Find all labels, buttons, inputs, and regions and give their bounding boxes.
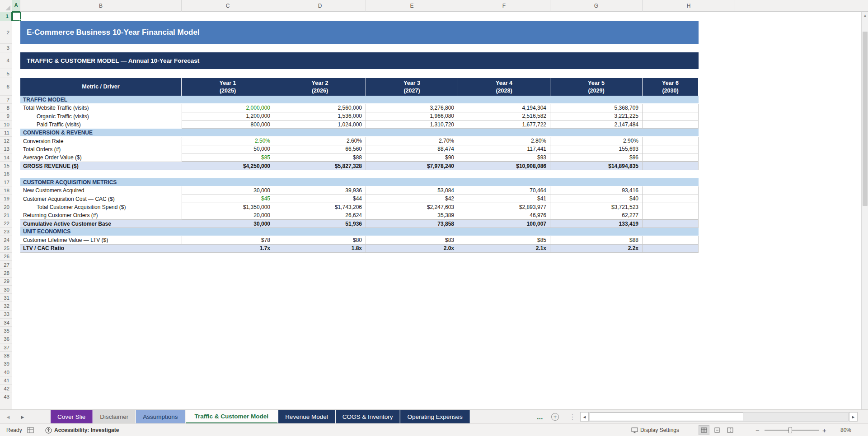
row-header-33[interactable]: 33 — [0, 311, 12, 319]
cell-y2-r18[interactable]: 39,936 — [274, 186, 366, 195]
sheet-tab-traffic-customer-model[interactable]: Traffic & Customer Model — [186, 410, 278, 424]
cell-y5-r13[interactable]: 155,693 — [550, 145, 643, 153]
cell-y4-r24[interactable]: $85 — [458, 236, 550, 244]
metric-label[interactable]: Organic Traffic (visits) — [20, 112, 182, 121]
cell-y6-r24[interactable] — [643, 236, 699, 244]
row-header-31[interactable]: 31 — [0, 294, 12, 302]
cell-y2-r13[interactable]: 66,560 — [274, 145, 366, 153]
metric-label[interactable]: Customer Acquisition Cost — CAC ($) — [20, 195, 182, 203]
cell-y2-r7[interactable] — [274, 96, 366, 104]
cell-y4-r21[interactable]: 46,976 — [458, 211, 550, 219]
row-header-20[interactable]: 20 — [0, 203, 12, 211]
sheet-tab-disclaimer[interactable]: Disclaimer — [93, 410, 136, 424]
year-header-5[interactable]: Year 5(2029) — [550, 78, 643, 96]
row-header-28[interactable]: 28 — [0, 269, 12, 277]
section-label[interactable]: UNIT ECONOMICS — [20, 228, 182, 236]
column-header-h[interactable]: H — [643, 0, 735, 12]
cell-y4-r10[interactable]: 1,677,722 — [458, 121, 550, 129]
cell-y1-r14[interactable]: $85 — [182, 153, 274, 162]
cell-y4-r9[interactable]: 2,516,582 — [458, 112, 550, 121]
cell-y1-r22[interactable]: 30,000 — [182, 219, 274, 227]
metric-label[interactable]: Customer Lifetime Value — LTV ($) — [20, 236, 182, 244]
row-header-4[interactable]: 4 — [0, 52, 12, 69]
cell-y2-r20[interactable]: $1,743,206 — [274, 203, 366, 211]
cell-y1-r21[interactable]: 20,000 — [182, 211, 274, 219]
cell-y3-r16[interactable] — [366, 170, 458, 178]
new-sheet-button[interactable]: + — [551, 410, 559, 424]
cell-y6-r15[interactable] — [643, 162, 699, 170]
metric-label[interactable]: Total Website Traffic (visits) — [20, 104, 182, 112]
vertical-scroll-thumb[interactable] — [863, 32, 868, 206]
cell-y5-r11[interactable] — [550, 129, 643, 137]
year-header-6[interactable]: Year 6(2030) — [643, 78, 699, 96]
zoom-out-button[interactable]: − — [755, 424, 760, 436]
column-header-d[interactable]: D — [274, 0, 366, 12]
cell-y1-r16[interactable] — [182, 170, 274, 178]
cell-y4-r18[interactable]: 70,464 — [458, 186, 550, 195]
cell-y6-r8[interactable] — [643, 104, 699, 112]
year-header-4[interactable]: Year 4(2028) — [458, 78, 550, 96]
cell-y6-r9[interactable] — [643, 112, 699, 121]
cell-y3-r22[interactable]: 73,858 — [366, 219, 458, 227]
row-header-2[interactable]: 2 — [0, 21, 12, 44]
cell-y3-r19[interactable]: $42 — [366, 195, 458, 203]
row-header-43[interactable]: 43 — [0, 393, 12, 401]
metric-label[interactable]: Total Orders (#) — [20, 145, 182, 153]
cell-y2-r14[interactable]: $88 — [274, 153, 366, 162]
display-settings-button[interactable]: Display Settings — [631, 424, 679, 436]
cell-y2-r17[interactable] — [274, 178, 366, 186]
horizontal-scroll-thumb[interactable] — [590, 413, 743, 421]
cell-y3-r23[interactable] — [366, 228, 458, 236]
cell-y5-r23[interactable] — [550, 228, 643, 236]
cell-y1-r12[interactable]: 2.50% — [182, 137, 274, 145]
row-header-9[interactable]: 9 — [0, 112, 12, 121]
cell-y1-r24[interactable]: $78 — [182, 236, 274, 244]
cell-y3-r15[interactable]: $7,978,240 — [366, 162, 458, 170]
cell-y6-r17[interactable] — [643, 178, 699, 186]
row-header-42[interactable]: 42 — [0, 385, 12, 393]
row-header-15[interactable]: 15 — [0, 162, 12, 170]
cell-y5-r25[interactable]: 2.2x — [550, 244, 643, 252]
row-header-36[interactable]: 36 — [0, 335, 12, 343]
row-header-3[interactable]: 3 — [0, 44, 12, 52]
row-header-19[interactable]: 19 — [0, 195, 12, 203]
cell-y6-r14[interactable] — [643, 153, 699, 162]
row-header-39[interactable]: 39 — [0, 360, 12, 368]
row-header-8[interactable]: 8 — [0, 104, 12, 112]
cell-y6-r16[interactable] — [643, 170, 699, 178]
cell-y4-r25[interactable]: 2.1x — [458, 244, 550, 252]
cell-y5-r8[interactable]: 5,368,709 — [550, 104, 643, 112]
zoom-level[interactable]: 80% — [840, 424, 851, 436]
row-header-18[interactable]: 18 — [0, 186, 12, 195]
cell-y6-r25[interactable] — [643, 244, 699, 252]
metric-label[interactable]: New Customers Acquired — [20, 186, 182, 195]
section-label[interactable]: CONVERSION & REVENUE — [20, 129, 182, 137]
cell-y4-r19[interactable]: $41 — [458, 195, 550, 203]
cell-y4-r7[interactable] — [458, 96, 550, 104]
year-header-3[interactable]: Year 3(2027) — [366, 78, 458, 96]
cell-y5-r9[interactable]: 3,221,225 — [550, 112, 643, 121]
page-layout-view-icon[interactable] — [712, 425, 723, 435]
cell-y6-r10[interactable] — [643, 121, 699, 129]
metric-label[interactable]: LTV / CAC Ratio — [20, 244, 182, 252]
cell-y1-r25[interactable]: 1.7x — [182, 244, 274, 252]
row-header-41[interactable]: 41 — [0, 376, 12, 385]
row-header-1[interactable]: 1 — [0, 12, 12, 21]
cell-y5-r16[interactable] — [550, 170, 643, 178]
cell-y2-r11[interactable] — [274, 129, 366, 137]
cell-y1-r10[interactable]: 800,000 — [182, 121, 274, 129]
year-header-2[interactable]: Year 2(2026) — [274, 78, 366, 96]
cell-y5-r20[interactable]: $3,721,523 — [550, 203, 643, 211]
row-header-10[interactable]: 10 — [0, 121, 12, 129]
section-label[interactable]: TRAFFIC MODEL — [20, 96, 182, 104]
column-header-b[interactable]: B — [20, 0, 182, 12]
scroll-up-icon[interactable]: ▲ — [862, 12, 868, 19]
cell-y6-r13[interactable] — [643, 145, 699, 153]
cell-y3-r18[interactable]: 53,084 — [366, 186, 458, 195]
metric-label[interactable]: Average Order Value ($) — [20, 153, 182, 162]
sheet-area[interactable]: E-Commerce Business 10-Year Financial Mo… — [12, 12, 861, 409]
row-header-40[interactable]: 40 — [0, 368, 12, 376]
vertical-scrollbar[interactable]: ▲ ▼ — [861, 12, 868, 423]
cell-y1-r9[interactable]: 1,200,000 — [182, 112, 274, 121]
row-header-37[interactable]: 37 — [0, 343, 12, 352]
